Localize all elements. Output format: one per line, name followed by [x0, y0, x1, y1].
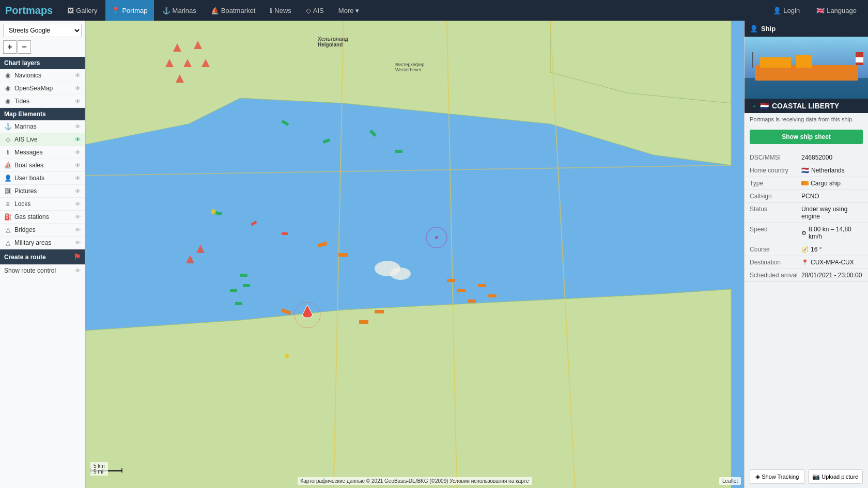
locks-visibility-toggle[interactable]: 👁 — [75, 201, 81, 207]
brand-part2: maps — [26, 5, 53, 16]
ship-panel: 👤 Ship — [744, 21, 868, 488]
marinas-nav-icon: ⚓ — [162, 7, 171, 14]
scale-km: 5 km — [94, 463, 105, 469]
pictures-visibility-toggle[interactable]: 👁 — [75, 188, 81, 194]
svg-rect-22 — [359, 320, 368, 324]
sidebar-item-gas-stations[interactable]: ⛽ Gas stations 👁 — [0, 211, 85, 224]
ship-image-svg — [745, 37, 868, 99]
pictures-icon: 🖼 — [4, 187, 11, 195]
create-route-bar[interactable]: Create a route ⚑ — [0, 249, 85, 264]
bridges-visibility-toggle[interactable]: 👁 — [75, 227, 81, 233]
svg-rect-13 — [395, 150, 402, 153]
svg-rect-20 — [338, 253, 348, 257]
tracking-icon: ◈ — [755, 473, 760, 480]
ship-flag-icon: 🇳🇱 — [760, 102, 769, 110]
svg-rect-16 — [230, 289, 237, 292]
sidebar-item-locks[interactable]: ≡ Locks 👁 — [0, 198, 85, 211]
nav-marinas[interactable]: ⚓ Marinas — [156, 0, 203, 21]
ais-live-visibility-toggle[interactable]: 👁 — [75, 136, 81, 143]
sidebar-item-pictures[interactable]: 🖼 Pictures 👁 — [0, 185, 85, 198]
sidebar-item-messages[interactable]: ℹ Messages 👁 — [0, 146, 85, 159]
svg-rect-25 — [457, 289, 466, 292]
user-boats-visibility-toggle[interactable]: 👁 — [75, 175, 81, 181]
tides-visibility-toggle[interactable]: 👁 — [75, 98, 81, 104]
ship-image — [745, 37, 868, 99]
messages-icon: ℹ — [4, 149, 11, 156]
nav-more[interactable]: More ▾ — [332, 0, 365, 21]
detail-callsign: Callsign PCNO — [745, 190, 868, 203]
sidebar-item-bridges[interactable]: △ Bridges 👁 — [0, 224, 85, 237]
upload-picture-button[interactable]: 📷 Upload picture — [808, 469, 863, 484]
sidebar-item-user-boats[interactable]: 👤 User boats 👁 — [0, 172, 85, 185]
map-label-helgoland: ХельголандHelgoland — [318, 36, 348, 48]
ship-direction-icon: → — [750, 102, 757, 110]
navionics-visibility-toggle[interactable]: 👁 — [75, 72, 81, 78]
sidebar-item-boat-sales[interactable]: ⛵ Boat sales 👁 — [0, 159, 85, 172]
nav-boatmarket[interactable]: ⛵ Boatmarket — [205, 0, 261, 21]
svg-rect-15 — [240, 274, 247, 277]
svg-rect-54 — [796, 55, 812, 68]
portmap-icon: 📍 — [112, 7, 120, 14]
sidebar-item-ais-live[interactable]: ◇ AIS Live 👁 — [0, 133, 85, 146]
show-route-control-visibility-toggle[interactable]: 👁 — [75, 267, 81, 274]
ship-name: COASTAL LIBERTY — [772, 102, 839, 110]
svg-rect-58 — [752, 52, 753, 68]
ship-subtitle: Portmaps is receiving data from this shi… — [745, 113, 868, 125]
brand-logo[interactable]: Portmaps — [5, 5, 53, 17]
login-button[interactable]: 👤 Login — [767, 0, 806, 21]
nav-portmap[interactable]: 📍 Portmap — [105, 0, 153, 21]
sidebar-item-openseamap[interactable]: ◉ OpenSeaMap 👁 — [0, 82, 85, 95]
language-button[interactable]: 🇬🇧 Language — [810, 0, 863, 21]
ship-bottom-actions: ◈ Show Tracking 📷 Upload picture — [745, 465, 868, 488]
navbar: Portmaps 🖼 Gallery 📍 Portmap ⚓ Marinas ⛵… — [0, 0, 868, 21]
nav-ais[interactable]: ◇ AIS — [300, 0, 330, 21]
military-areas-icon: △ — [4, 239, 11, 246]
boat-sales-visibility-toggle[interactable]: 👁 — [75, 162, 81, 168]
gas-stations-visibility-toggle[interactable]: 👁 — [75, 214, 81, 220]
zoom-out-button[interactable]: − — [18, 40, 31, 54]
sidebar-item-tides[interactable]: ◉ Tides 👁 — [0, 95, 85, 108]
detail-destination: Destination 📍 CUX-MPA-CUX — [745, 256, 868, 269]
svg-rect-23 — [375, 310, 384, 313]
detail-scheduled-arrival: Scheduled arrival 28/01/2021 - 23:00:00 — [745, 269, 868, 282]
svg-rect-57 — [856, 62, 863, 65]
map-attribution: Картографические данные © 2021 GeoBasis-… — [297, 477, 532, 485]
ship-panel-header: 👤 Ship — [745, 21, 868, 37]
nav-gallery[interactable]: 🖼 Gallery — [61, 0, 103, 21]
gas-stations-icon: ⛽ — [4, 213, 11, 221]
svg-rect-53 — [760, 57, 791, 68]
sidebar-item-military-areas[interactable]: △ Military areas 👁 — [0, 237, 85, 249]
svg-rect-56 — [856, 57, 863, 62]
ship-header-icon: 👤 — [750, 25, 758, 33]
gallery-icon: 🖼 — [67, 7, 74, 14]
sidebar-item-marinas[interactable]: ⚓ Marinas 👁 — [0, 120, 85, 133]
user-boats-icon: 👤 — [4, 175, 11, 182]
sidebar-item-show-route-control[interactable]: Show route control 👁 — [0, 264, 85, 277]
ship-name-bar: → 🇳🇱 COASTAL LIBERTY — [745, 99, 868, 113]
route-icon: ⚑ — [73, 252, 81, 262]
openseamap-visibility-toggle[interactable]: 👁 — [75, 85, 81, 91]
svg-point-44 — [435, 236, 438, 239]
show-ship-sheet-button[interactable]: Show ship sheet — [750, 130, 863, 144]
main-layout: Streets Google Satellite OpenStreetMap +… — [0, 21, 868, 488]
ais-live-icon: ◇ — [4, 136, 11, 143]
sidebar-item-navionics[interactable]: ◉ Navionics 👁 — [0, 69, 85, 82]
speed-icon: ⚙ — [801, 230, 807, 237]
chart-layers-header: Chart layers — [0, 57, 85, 69]
detail-speed: Speed ⚙ 8,00 kn – 14,80 km/h — [745, 223, 868, 243]
marinas-visibility-toggle[interactable]: 👁 — [75, 123, 81, 130]
leaflet-badge: Leaflet — [719, 477, 741, 485]
map-area[interactable]: ХельголандHelgoland ВестерхеферWesterhev… — [85, 21, 744, 488]
svg-rect-17 — [235, 302, 242, 305]
svg-rect-51 — [745, 78, 868, 99]
nav-news[interactable]: ℹ News — [264, 0, 298, 21]
map-svg — [85, 21, 744, 488]
zoom-in-button[interactable]: + — [3, 40, 17, 54]
map-label-north: ВестерхеферWesterhever — [395, 62, 424, 72]
detail-status: Status Under way using engine — [745, 203, 868, 223]
messages-visibility-toggle[interactable]: 👁 — [75, 149, 81, 155]
show-tracking-button[interactable]: ◈ Show Tracking — [750, 469, 805, 484]
military-areas-visibility-toggle[interactable]: 👁 — [75, 240, 81, 246]
destination-icon: 📍 — [801, 259, 809, 266]
map-style-select[interactable]: Streets Google Satellite OpenStreetMap — [3, 24, 82, 37]
